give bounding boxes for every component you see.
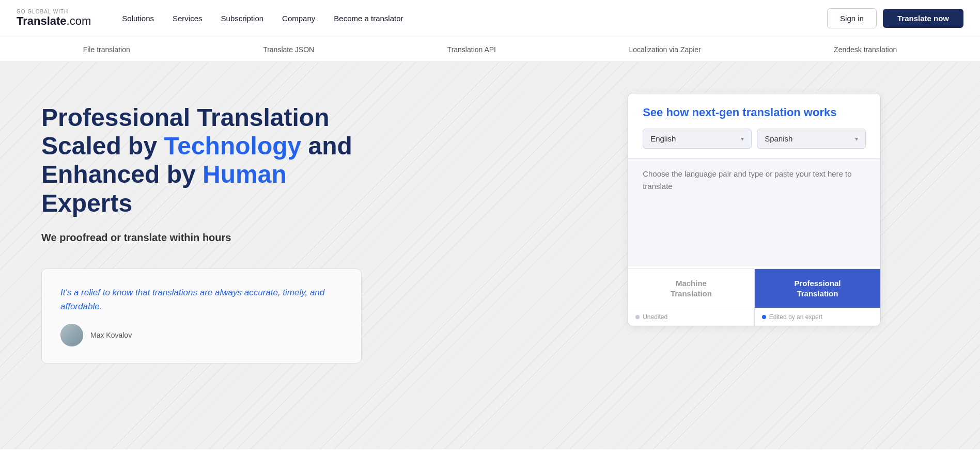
nav-subscription[interactable]: Subscription [221,14,264,23]
source-lang-chevron: ▾ [741,135,744,143]
widget-title: See how next-gen translation works [643,106,866,119]
hero-title-line1: Professional Translation [41,104,329,131]
source-lang-label: English [650,134,676,143]
signin-button[interactable]: Sign in [827,8,877,28]
testimonial-author: Max Kovalov [60,324,343,346]
nav-company[interactable]: Company [282,14,315,23]
machine-translation-button[interactable]: Machine Translation [628,269,755,308]
hero-left: Professional Translation Scaled by Techn… [0,62,539,449]
sub-nav: File translation Translate JSON Translat… [0,37,980,62]
testimonial-card: It's a relief to know that translations … [41,268,362,364]
translation-textarea[interactable] [628,158,880,266]
hero-subtitle: We proofread or translate within hours [41,232,508,244]
nav-solutions[interactable]: Solutions [122,14,154,23]
subnav-file-translation[interactable]: File translation [83,45,130,54]
nav-links: Solutions Services Subscription Company … [122,14,827,23]
translate-now-button[interactable]: Translate now [883,9,963,28]
translation-widget: See how next-gen translation works Engli… [628,93,881,326]
professional-translation-button[interactable]: Professional Translation [755,269,881,308]
source-language-select[interactable]: English ▾ [643,129,752,149]
avatar [60,324,83,346]
unedited-label: Unedited [643,313,667,321]
logo-sub: GO GLOBAL WITH [17,9,91,14]
widget-footer: Unedited Edited by an expert [628,308,880,326]
subnav-translation-api[interactable]: Translation API [447,45,496,54]
hero-section: Professional Translation Scaled by Techn… [0,62,980,449]
subnav-zendesk[interactable]: Zendesk translation [834,45,897,54]
avatar-image [60,324,83,346]
edited-label: Edited by an expert [769,313,822,321]
logo-main: Translate.com [17,14,91,28]
nav-services[interactable]: Services [173,14,203,23]
nav-actions: Sign in Translate now [827,8,963,28]
testimonial-text: It's a relief to know that translations … [60,286,343,313]
widget-header: See how next-gen translation works Engli… [628,93,880,158]
logo-area: GO GLOBAL WITH Translate.com [17,9,91,28]
subnav-translate-json[interactable]: Translate JSON [263,45,314,54]
footer-unedited: Unedited [628,308,755,326]
hero-title-line4: Experts [41,189,132,217]
nav-become-translator[interactable]: Become a translator [334,14,403,23]
target-lang-label: Spanish [765,134,792,143]
widget-actions: Machine Translation Professional Transla… [628,268,880,308]
unedited-dot [635,315,640,319]
hero-title: Professional Translation Scaled by Techn… [41,103,508,217]
top-nav: GO GLOBAL WITH Translate.com Solutions S… [0,0,980,37]
target-lang-chevron: ▾ [855,135,858,143]
target-language-select[interactable]: Spanish ▾ [757,129,866,149]
author-name: Max Kovalov [90,331,132,339]
hero-title-line3: Enhanced by Human [41,161,287,188]
footer-edited: Edited by an expert [755,308,881,326]
hero-title-line2: Scaled by Technology and [41,132,352,160]
hero-right: See how next-gen translation works Engli… [539,62,980,449]
lang-selectors: English ▾ Spanish ▾ [643,129,866,149]
subnav-localization-zapier[interactable]: Localization via Zapier [629,45,701,54]
edited-dot [762,315,766,319]
